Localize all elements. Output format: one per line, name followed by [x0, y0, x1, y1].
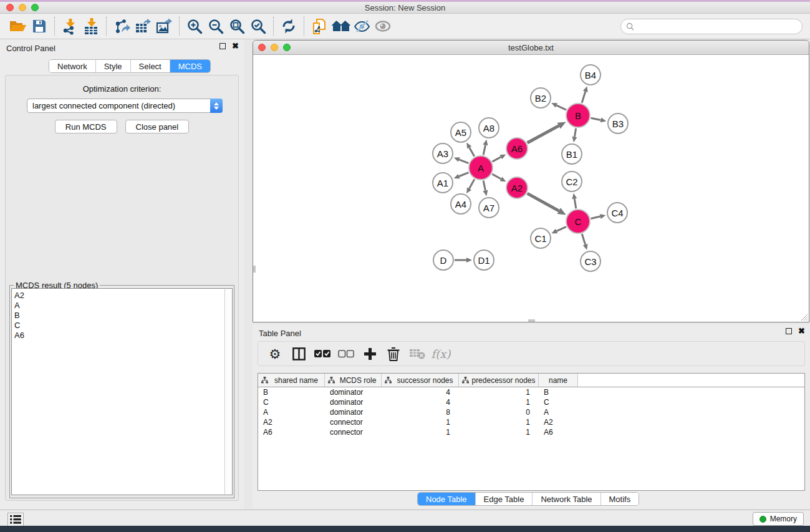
edge-C-C2[interactable] — [572, 193, 577, 208]
edge-A-A4[interactable] — [466, 179, 475, 193]
export-network-icon[interactable] — [111, 16, 132, 36]
node-A[interactable]: A — [468, 155, 493, 180]
edge-D-D1[interactable] — [455, 258, 472, 263]
edge-C-C1[interactable] — [551, 227, 566, 234]
select-all-icon[interactable] — [312, 344, 333, 364]
node-A7[interactable]: A7 — [478, 197, 499, 218]
node-B4[interactable]: B4 — [580, 64, 601, 85]
node-D1[interactable]: D1 — [473, 249, 494, 271]
edge-A-A7[interactable] — [483, 181, 488, 196]
node-B2[interactable]: B2 — [530, 87, 551, 109]
edge-A-A1[interactable] — [454, 173, 469, 179]
columns-icon[interactable] — [288, 344, 309, 364]
vertical-scroll-nub[interactable] — [253, 266, 256, 273]
edge-C-C3[interactable] — [582, 234, 587, 250]
resize-grip-icon[interactable] — [800, 313, 808, 321]
network-canvas[interactable]: B4B2BB3A8A5A6B1A3AC2A1A2A4A7C4CC1C3DD1 — [253, 55, 809, 322]
tab-mcds[interactable]: MCDS — [170, 60, 210, 72]
horizontal-scroll-nub[interactable] — [528, 319, 535, 322]
tab-motifs[interactable]: Motifs — [600, 493, 639, 505]
edge-A-A3[interactable] — [454, 157, 469, 163]
edge-B-B4[interactable] — [582, 86, 587, 103]
node-A8[interactable]: A8 — [478, 117, 499, 138]
result-item[interactable]: A6 — [14, 331, 224, 341]
edge-C-C4[interactable] — [591, 214, 605, 219]
mcds-result-list[interactable]: A2ABCA6 — [11, 288, 225, 495]
column-header-shared-name[interactable]: shared name — [258, 374, 325, 387]
node-B3[interactable]: B3 — [607, 113, 629, 134]
tab-edge-table[interactable]: Edge Table — [475, 493, 533, 505]
import-network-icon[interactable] — [59, 16, 80, 36]
export-table-icon[interactable] — [132, 16, 153, 36]
edge-B-B3[interactable] — [591, 118, 607, 123]
node-A1[interactable]: A1 — [432, 172, 453, 193]
table-row[interactable]: Cdominator41C — [258, 397, 804, 407]
edge-A-A6[interactable] — [493, 154, 506, 162]
edge-A6-B[interactable] — [528, 122, 566, 142]
zoom-in-icon[interactable] — [184, 16, 205, 36]
deselect-all-icon[interactable] — [335, 344, 357, 364]
column-header-predecessor-nodes[interactable]: predecessor nodes — [459, 374, 539, 387]
edge-A-A2[interactable] — [492, 174, 506, 181]
delete-table-icon[interactable] — [407, 344, 428, 364]
tab-select[interactable]: Select — [130, 60, 170, 72]
node-C[interactable]: C — [566, 209, 591, 234]
node-A5[interactable]: A5 — [450, 122, 471, 143]
node-C4[interactable]: C4 — [607, 202, 628, 223]
tab-style[interactable]: Style — [95, 60, 130, 72]
node-B1[interactable]: B1 — [561, 143, 582, 165]
column-header-successor-nodes[interactable]: successor nodes — [382, 374, 459, 387]
export-image-icon[interactable] — [153, 16, 175, 36]
node-C1[interactable]: C1 — [530, 228, 551, 249]
node-A3[interactable]: A3 — [432, 143, 453, 164]
node-A2[interactable]: A2 — [506, 177, 528, 199]
search-input[interactable] — [637, 22, 802, 31]
search-box[interactable] — [620, 19, 803, 34]
edge-A-A5[interactable] — [466, 143, 474, 157]
task-history-button[interactable] — [7, 513, 24, 526]
close-table-panel-icon[interactable]: ✖ — [798, 328, 805, 334]
float-table-panel-icon[interactable] — [786, 328, 792, 334]
table-row[interactable]: A6connector11A6 — [258, 427, 804, 437]
zoom-out-icon[interactable] — [205, 16, 226, 36]
import-table-icon[interactable] — [80, 16, 102, 36]
delete-icon[interactable] — [383, 344, 404, 364]
criterion-dropdown[interactable]: largest connected component (directed) — [27, 99, 223, 113]
node-C2[interactable]: C2 — [561, 171, 582, 192]
column-header-MCDS-role[interactable]: MCDS role — [325, 374, 382, 387]
edge-B-B2[interactable] — [551, 103, 566, 110]
edge-A2-C[interactable] — [528, 193, 566, 215]
copy-style-icon[interactable] — [309, 16, 330, 36]
add-icon[interactable] — [359, 344, 380, 364]
zoom-fit-icon[interactable] — [226, 16, 248, 36]
open-icon[interactable] — [7, 16, 29, 36]
refresh-icon[interactable] — [278, 16, 299, 36]
hide-selected-icon[interactable] — [351, 16, 372, 36]
node-A4[interactable]: A4 — [450, 193, 471, 215]
memory-button[interactable]: Memory — [753, 512, 804, 526]
tab-network[interactable]: Network — [49, 60, 95, 72]
edge-B-B1[interactable] — [572, 128, 577, 143]
table-row[interactable]: Adominator80A — [258, 407, 804, 417]
fx-icon[interactable]: f(x) — [430, 344, 451, 364]
result-item[interactable]: A2 — [14, 291, 224, 301]
network-window-titlebar[interactable]: testGlobe.txt — [253, 41, 809, 55]
result-item[interactable]: C — [14, 321, 224, 331]
close-panel-icon[interactable]: ✖ — [232, 43, 239, 49]
column-header-name[interactable]: name — [539, 374, 578, 387]
save-icon[interactable] — [29, 16, 50, 36]
settings-icon[interactable]: ⚙ — [264, 344, 286, 364]
table-row[interactable]: A2connector11A2 — [258, 417, 804, 427]
zoom-selected-icon[interactable] — [248, 16, 269, 36]
tab-node-table[interactable]: Node Table — [418, 493, 475, 505]
node-B[interactable]: B — [566, 103, 591, 128]
show-all-icon[interactable] — [372, 16, 393, 36]
result-item[interactable]: A — [14, 301, 224, 311]
node-D[interactable]: D — [433, 249, 454, 271]
table-row[interactable]: Bdominator41B — [258, 387, 804, 397]
node-A6[interactable]: A6 — [506, 137, 528, 160]
result-item[interactable]: B — [14, 311, 224, 321]
node-table[interactable]: shared nameMCDS rolesuccessor nodesprede… — [258, 373, 805, 491]
close-panel-button[interactable]: Close panel — [125, 120, 190, 133]
first-neighbors-icon[interactable] — [330, 16, 351, 36]
